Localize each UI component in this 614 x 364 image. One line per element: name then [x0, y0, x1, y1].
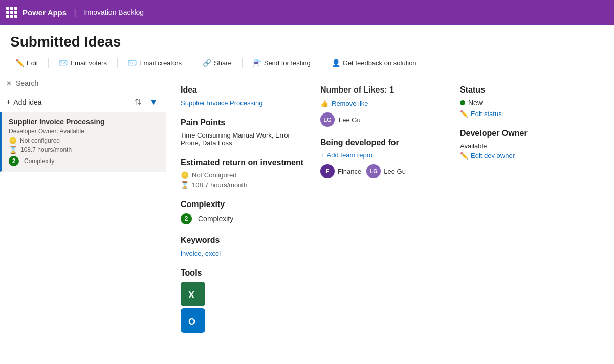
share-button[interactable]: 🔗 Share — [198, 56, 237, 70]
outlook-icon: O — [181, 308, 205, 333]
keywords-section: Keywords invoice, excel — [181, 236, 306, 257]
excel-icon: X — [181, 282, 205, 306]
team-row: F Finance LG Lee Gu — [320, 164, 446, 178]
roi-hours-row: ⌛ 108.7 hours/month — [181, 181, 306, 189]
item-developer: Developer Owner: Available — [9, 128, 159, 135]
email-voters-button[interactable]: ✉️ Email voters — [54, 56, 112, 70]
roi-icon: 🪙 — [9, 136, 17, 144]
top-nav: Power Apps | Innovation Backlog — [0, 0, 614, 25]
detail-panel: Idea Supplier Invoice Processing Pain Po… — [166, 75, 614, 364]
send-testing-button[interactable]: ⚗️ Send for testing — [248, 56, 316, 70]
being-developed-label: Being developed for — [320, 138, 446, 147]
page-title: Submitted Ideas — [0, 25, 614, 56]
status-value: New — [468, 99, 483, 107]
email-voters-icon: ✉️ — [59, 59, 68, 67]
toolbar-sep-2 — [117, 58, 118, 68]
sidebar-actions-row: + Add idea ⇅ ▼ — [0, 92, 166, 112]
roi-hourglass-icon: ⌛ — [181, 181, 189, 189]
search-row: ✕ Search — [0, 75, 166, 92]
idea-section: Idea Supplier Invoice Processing — [181, 85, 306, 107]
search-input[interactable]: Search — [16, 79, 160, 87]
like-user-row: LG Lee Gu — [320, 112, 446, 127]
nav-subtitle: Innovation Backlog — [83, 8, 144, 16]
filter-button[interactable]: ▼ — [147, 97, 160, 108]
edit-status-icon: ✏️ — [460, 110, 468, 118]
team-user: LG Lee Gu — [366, 164, 406, 178]
share-icon: 🔗 — [203, 59, 211, 67]
toolbar-sep-3 — [192, 58, 192, 68]
likes-count: Number of Likes: 1 — [320, 85, 446, 95]
roi-label: Estimated return on investment — [181, 158, 306, 167]
being-developed-section: Being developed for + Add team repro F F… — [320, 138, 446, 178]
remove-like-button[interactable]: 👍 Remove like — [320, 100, 368, 107]
feedback-icon: 👤 — [332, 59, 340, 67]
sidebar-item[interactable]: Supplier Invoice Processing Developer Ow… — [0, 112, 166, 172]
pain-points-label: Pain Points — [181, 118, 306, 127]
toolbar: ✏️ Edit ✉️ Email voters ✉️ Email creator… — [0, 56, 614, 75]
add-icon: + — [6, 98, 11, 107]
edit-button[interactable]: ✏️ Edit — [10, 56, 43, 70]
avatar-finance: F — [320, 164, 335, 178]
roi-coin-icon: 🪙 — [181, 171, 189, 179]
idea-label: Idea — [181, 85, 306, 95]
status-label: Status — [460, 85, 585, 95]
app-name: Power Apps — [23, 8, 67, 17]
complexity-section: Complexity 2 Complexity — [181, 200, 306, 224]
avatar-lee: LG — [320, 112, 335, 127]
tools-section: Tools X O — [181, 268, 306, 333]
keywords-value[interactable]: invoice, excel — [181, 249, 221, 257]
svg-text:X: X — [188, 290, 194, 300]
idea-value[interactable]: Supplier Invoice Processing — [181, 99, 262, 107]
sidebar: ✕ Search + Add idea ⇅ ▼ Supplier Invoice… — [0, 75, 166, 364]
grid-icon[interactable] — [6, 7, 17, 18]
edit-icon: ✏️ — [15, 59, 24, 67]
add-idea-button[interactable]: + Add idea — [6, 98, 128, 107]
toolbar-sep-5 — [321, 58, 321, 68]
detail-col-3: Status New ✏️ Edit status Developer Owne… — [460, 85, 600, 344]
add-team-icon: + — [320, 151, 324, 159]
likes-section: Number of Likes: 1 👍 Remove like LG Lee … — [320, 85, 446, 127]
avatar-team-user: LG — [366, 164, 381, 178]
developer-owner-value: Available — [460, 142, 585, 150]
hours-icon: ⌛ — [9, 146, 17, 154]
roi-not-configured-row: 🪙 Not Configured — [181, 171, 306, 179]
nav-separator: | — [74, 7, 76, 18]
team-finance: F Finance — [320, 164, 361, 178]
edit-dev-owner-button[interactable]: ✏️ Edit dev owner — [460, 152, 515, 160]
add-team-button[interactable]: + Add team repro — [320, 151, 372, 159]
item-title: Supplier Invoice Processing — [9, 118, 159, 126]
tool-icons: X O — [181, 282, 306, 333]
item-hours: ⌛ 108.7 hours/month — [9, 146, 159, 154]
keywords-label: Keywords — [181, 236, 306, 245]
edit-dev-owner-icon: ✏️ — [460, 152, 468, 160]
svg-text:O: O — [188, 316, 195, 327]
status-section: Status New ✏️ Edit status — [460, 85, 585, 118]
edit-status-button[interactable]: ✏️ Edit status — [460, 110, 502, 118]
thumbsup-icon: 👍 — [320, 100, 328, 107]
toolbar-sep-1 — [48, 58, 49, 68]
search-clear-icon[interactable]: ✕ — [6, 80, 12, 87]
tools-label: Tools — [181, 268, 306, 278]
team-name: Finance — [338, 168, 361, 175]
flask-icon: ⚗️ — [253, 59, 261, 67]
sort-button[interactable]: ⇅ — [133, 96, 143, 108]
email-creators-button[interactable]: ✉️ Email creators — [123, 56, 187, 70]
feedback-button[interactable]: 👤 Get feedback on solution — [326, 56, 422, 70]
complexity-badge-lg: 2 — [181, 213, 192, 224]
team-user-name: Lee Gu — [384, 168, 406, 175]
detail-col-2: Number of Likes: 1 👍 Remove like LG Lee … — [320, 85, 460, 344]
complexity-badge: 2 — [9, 156, 19, 166]
developer-owner-label: Developer Owner — [460, 129, 585, 138]
main-content: ✕ Search + Add idea ⇅ ▼ Supplier Invoice… — [0, 75, 614, 364]
detail-col-1: Idea Supplier Invoice Processing Pain Po… — [181, 85, 320, 344]
pain-points-section: Pain Points Time Consuming Manual Work, … — [181, 118, 306, 147]
item-roi: 🪙 Not configured — [9, 136, 159, 144]
email-creators-icon: ✉️ — [128, 59, 137, 67]
status-dot — [460, 100, 465, 105]
complexity-label: Complexity — [181, 200, 306, 209]
pain-points-value: Time Consuming Manual Work, Error Prone,… — [181, 131, 306, 147]
item-complexity-row: 2 Complexity — [9, 156, 159, 166]
roi-section: Estimated return on investment 🪙 Not Con… — [181, 158, 306, 189]
toolbar-sep-4 — [242, 58, 243, 68]
like-user-name: Lee Gu — [339, 116, 361, 124]
